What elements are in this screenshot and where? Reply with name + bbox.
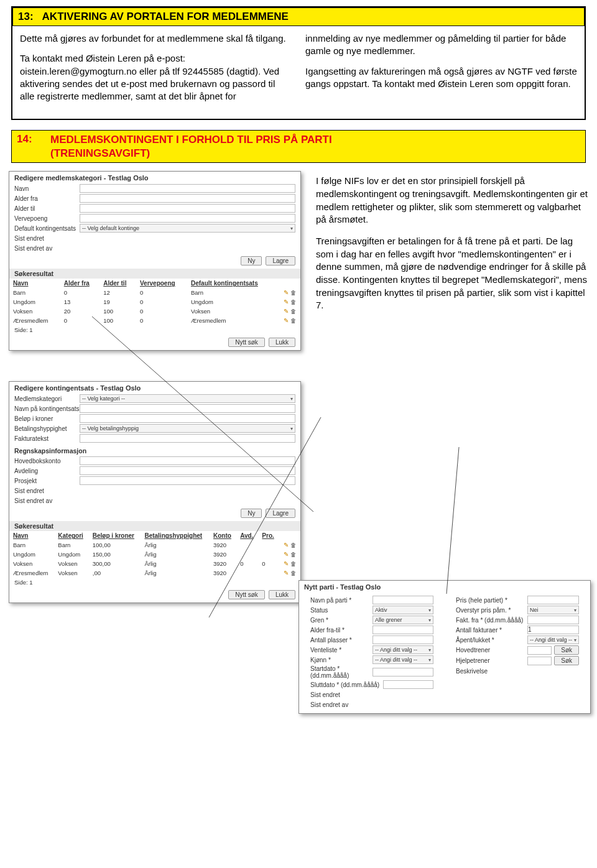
panel2-regn-label: Sist endret av <box>14 497 80 504</box>
panel2-btn-lagre[interactable]: Lagre <box>266 509 295 518</box>
panel3-input[interactable]: 1 <box>527 626 579 634</box>
panel3-label: Venteliste * <box>310 647 373 653</box>
delete-icon[interactable]: 🗑 <box>290 560 297 567</box>
panel3-label: Startdato * (dd.mm.åååå) <box>310 665 373 679</box>
panel1-label: Vervepoeng <box>14 215 80 222</box>
panel3-select[interactable]: -- Angi ditt valg -- <box>527 635 579 644</box>
panel3-input[interactable] <box>527 646 552 655</box>
panel1-btn-lukk[interactable]: Lukk <box>269 338 295 347</box>
panel2-regn-label: Prosjekt <box>14 478 80 484</box>
panel3-input[interactable] <box>373 626 433 634</box>
panel3-label: Sist endret av <box>310 701 373 708</box>
section13-left: Dette må gjøres av forbundet for at medl… <box>20 32 292 110</box>
panel2-btn-ny[interactable]: Ny <box>241 509 262 518</box>
panel1-btn-nytt[interactable]: Nytt søk <box>228 338 265 347</box>
panel1-side: Side: 1 <box>9 325 300 335</box>
panel2-th: Pro. <box>258 531 279 540</box>
panel1-label: Alder fra <box>14 195 80 202</box>
edit-icon[interactable]: ✎ <box>284 570 289 576</box>
panel-medlemskategori: Redigere medlemskategori - Testlag Oslo … <box>9 171 301 351</box>
table-row[interactable]: UngdomUngdom150,00Årlig3920✎ 🗑 <box>9 550 300 559</box>
table-row[interactable]: ÆresmedlemVoksen,00Årlig3920✎ 🗑 <box>9 568 300 578</box>
panel2-th: Avd. <box>236 531 258 540</box>
panel1-input[interactable] <box>80 194 295 203</box>
panel2-regn-label: Hovedbokskonto <box>14 458 80 464</box>
panel3-select[interactable]: Alle grener <box>373 616 433 624</box>
panel2-regn-input[interactable] <box>80 466 295 475</box>
panel2-select-kategori[interactable]: -- Velg kategori -- <box>80 394 295 403</box>
section14-p1: I følge NIFs lov er det en stor prinsipi… <box>316 175 588 226</box>
panel3-select[interactable]: -- Angi ditt valg -- <box>373 645 433 654</box>
edit-icon[interactable]: ✎ <box>284 542 289 548</box>
panel2-regn-input[interactable] <box>80 476 295 485</box>
panel2-label: Betalingshyppighet <box>14 425 80 432</box>
panel3-input[interactable] <box>527 616 579 624</box>
panel2-btn-nytt[interactable]: Nytt søk <box>228 590 265 599</box>
table-row[interactable]: VoksenVoksen300,00Årlig392000✎ 🗑 <box>9 559 300 568</box>
panel2-input[interactable] <box>80 404 295 413</box>
panel2-regn-title: Regnskapsinformasjon <box>9 443 300 456</box>
panel3-input[interactable] <box>373 596 433 604</box>
panel3-input[interactable] <box>373 635 433 644</box>
table-row[interactable]: BarnBarn100,00Årlig3920✎ 🗑 <box>9 540 300 550</box>
panel1-th: Navn <box>9 279 60 288</box>
section14-title: MEDLEMSKONTINGENT I FORHOLD TIL PRIS PÅ … <box>50 133 386 160</box>
delete-icon[interactable]: 🗑 <box>290 542 297 548</box>
panel3-input[interactable] <box>373 668 433 676</box>
panel3-label: Overstyr pris påm. * <box>456 607 527 614</box>
panel3-label: Kjønn * <box>310 657 373 663</box>
section13-header: 13:AKTIVERING AV PORTALEN FOR MEDLEMMENE <box>12 7 585 26</box>
panel1-input[interactable] <box>80 184 295 193</box>
table-row[interactable]: Æresmedlem01000Æresmedlem✎ 🗑 <box>9 316 300 325</box>
panel3-sok-button[interactable]: Søk <box>554 645 579 655</box>
edit-icon[interactable]: ✎ <box>284 298 289 305</box>
delete-icon[interactable]: 🗑 <box>290 308 297 315</box>
panel3-input[interactable] <box>527 596 579 604</box>
panel2-btn-lukk[interactable]: Lukk <box>269 590 295 599</box>
panel1-label: Alder til <box>14 205 80 212</box>
panel1-btn-lagre[interactable]: Lagre <box>266 256 295 265</box>
panel3-select[interactable]: Aktiv <box>373 606 433 614</box>
panel1-label: Sist endret <box>14 235 80 242</box>
panel3-title: Nytt parti - Testlag Oslo <box>299 581 590 593</box>
panel2-th: Betalingshyppighet <box>141 531 210 540</box>
panel3-label: Beskrivelse <box>456 668 527 675</box>
panel2-regn-label: Avdeling <box>14 468 80 474</box>
panel1-input[interactable] <box>80 204 295 213</box>
edit-icon[interactable]: ✎ <box>284 289 289 296</box>
panel3-label: Status <box>310 607 373 614</box>
edit-icon[interactable]: ✎ <box>284 551 289 558</box>
panel3-label: Fakt. fra * (dd.mm.åååå) <box>456 617 527 624</box>
table-row[interactable]: Voksen201000Voksen✎ 🗑 <box>9 307 300 316</box>
panel2-title: Redigere kontingentsats - Testlag Oslo <box>9 382 300 394</box>
panel2-th: Konto <box>210 531 236 540</box>
table-row[interactable]: Ungdom13190Ungdom✎ 🗑 <box>9 297 300 307</box>
delete-icon[interactable]: 🗑 <box>290 570 297 576</box>
panel1-select-default[interactable]: -- Velg default kontinge <box>80 224 295 233</box>
panel3-input[interactable] <box>527 657 552 665</box>
delete-icon[interactable]: 🗑 <box>290 298 297 305</box>
panel3-sok-button[interactable]: Søk <box>554 656 579 665</box>
delete-icon[interactable]: 🗑 <box>290 289 297 296</box>
delete-icon[interactable]: 🗑 <box>290 551 297 558</box>
panel-nytt-parti: Nytt parti - Testlag Oslo Navn på parti … <box>298 580 591 714</box>
panel3-select[interactable]: -- Angi ditt valg -- <box>373 655 433 664</box>
panel3-select[interactable]: Nei <box>527 606 579 614</box>
edit-icon[interactable]: ✎ <box>284 308 289 315</box>
panel3-label: Hjelpetrener <box>456 657 527 664</box>
edit-icon[interactable]: ✎ <box>284 560 289 567</box>
panel1-label: Navn <box>14 185 80 192</box>
panel2-input[interactable] <box>80 434 295 443</box>
panel3-label: Gren * <box>310 617 373 624</box>
panel2-label: Beløp i kroner <box>14 415 80 422</box>
table-row[interactable]: Barn0120Barn✎ 🗑 <box>9 288 300 297</box>
panel2-select-betaling[interactable]: -- Velg betalingshyppig <box>80 424 295 433</box>
delete-icon[interactable]: 🗑 <box>290 317 297 324</box>
panel1-input[interactable] <box>80 214 295 223</box>
panel1-btn-ny[interactable]: Ny <box>241 256 262 265</box>
panel2-input[interactable] <box>80 414 295 423</box>
edit-icon[interactable]: ✎ <box>284 317 289 324</box>
panel2-regn-input[interactable] <box>80 456 295 465</box>
panel1-title: Redigere medlemskategori - Testlag Oslo <box>9 172 300 183</box>
panel2-side: Side: 1 <box>9 578 300 587</box>
